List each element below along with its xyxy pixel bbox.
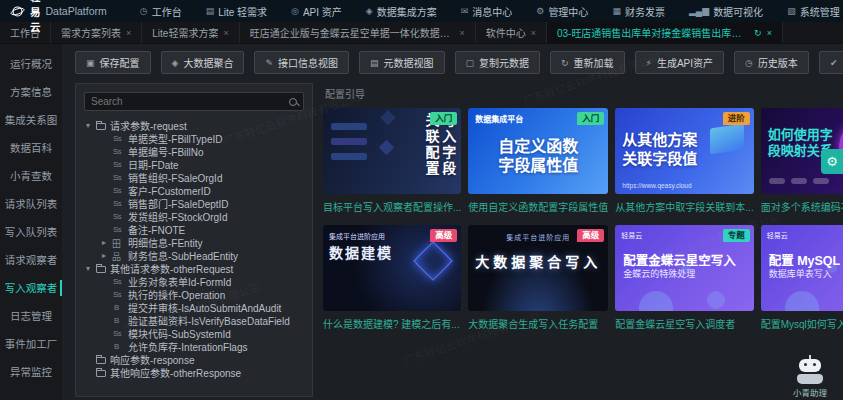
tree-node[interactable]: 备注-FNOTE <box>84 223 304 236</box>
globe-logo-icon <box>10 4 25 19</box>
tab-close-icon[interactable]: × <box>126 28 131 38</box>
tree-expand-icon[interactable]: ▸ <box>102 238 112 247</box>
card-level-badge: 专题 <box>723 229 750 242</box>
top-nav-item[interactable]: ◎ API 资产 <box>282 4 351 19</box>
tree-node[interactable]: 响应参数-response <box>84 353 304 366</box>
tree-expand-icon[interactable]: ▾ <box>86 264 96 273</box>
sidebar-item[interactable]: 运行概况 <box>0 50 62 78</box>
tree-node[interactable]: ▾ 请求参数-request <box>84 119 304 132</box>
guide-card[interactable]: 轻易云 配置金蝶云星空写入 金蝶云的特殊处理 专题 配置金蝶云星空写入调度者 <box>615 225 753 331</box>
tree-node[interactable]: 发货组织-FStockOrgId <box>84 210 304 223</box>
toolbar-button[interactable]: ▣ 保存配置 <box>75 51 151 74</box>
guide-card[interactable]: 集成平台进阶应用 大数据聚合写入 高级 大数据聚合生成写入任务配置 <box>468 225 608 331</box>
card-thumbnail[interactable]: 写入字段关联配置 入门 <box>323 108 461 194</box>
top-nav-item[interactable]: ✉ 消息中心 <box>452 4 522 19</box>
toolbar-button[interactable]: ◈ 大数据聚合 <box>161 51 245 74</box>
document-tab[interactable]: Lite轻需求方案 × <box>142 22 239 43</box>
document-tab[interactable]: 旺店通企业版与金蝶云星空单据一体化数据集成方案实例 × <box>240 22 476 43</box>
guide-card[interactable]: 写入字段关联配置 入门 目标平台写入观察者配置操作... <box>323 108 461 214</box>
sidebar-item[interactable]: 写入观察者 <box>0 274 62 302</box>
card-thumbnail[interactable]: 集成平台进阶应用 大数据聚合写入 高级 <box>468 225 608 311</box>
guide-card-area: 配置引导 写入字段关联配置 入门 目标平台写入 <box>323 83 843 397</box>
tree-node[interactable]: 其他响应参数-otherResponse <box>84 366 304 379</box>
sidebar-item[interactable]: 请求队列表 <box>0 190 62 218</box>
card-thumbnail[interactable]: 集成平台进阶应用 数据建模 高级 <box>323 225 461 311</box>
assistant-mascot[interactable]: 小青助理 <box>785 359 835 398</box>
card-caption[interactable]: 使用自定义函数配置字段属性值 <box>468 199 608 214</box>
tab-close-icon[interactable]: × <box>459 28 464 38</box>
tree-node[interactable]: 销售部门-FSaleDeptID <box>84 197 304 210</box>
thumb-kicker-text: 轻易云 <box>621 230 642 240</box>
toolbar-button[interactable]: ✎ 接口信息视图 <box>254 51 349 74</box>
tree-node[interactable]: 允许负库存-InterationFlags <box>84 340 304 353</box>
tree-node[interactable]: 单据编号-FBillNo <box>84 145 304 158</box>
search-input[interactable] <box>91 96 285 107</box>
top-nav-item[interactable]: ▂▄▆ 数据可视化 <box>680 4 772 19</box>
tree-node[interactable]: ▸ 财务信息-SubHeadEntity <box>84 249 304 262</box>
tree-node[interactable]: 单据类型-FBillTypeID <box>84 132 304 145</box>
tree-search-box[interactable] <box>84 92 304 111</box>
sidebar-item[interactable]: 事件加工厂 <box>0 330 62 358</box>
guide-card[interactable]: 轻易云 配置 MySQL 写入 数据库单表写入 专题 配置Mysql如何写入数据… <box>761 225 843 331</box>
toolbar-button[interactable]: ⚡ 生成API资产 <box>635 51 724 74</box>
tree-expand-icon[interactable]: ▾ <box>86 121 96 130</box>
tree-node-label: 单据编号-FBillNo <box>128 145 204 158</box>
card-caption[interactable]: 配置Mysql如何写入数据库 <box>761 316 843 331</box>
toolbar-button[interactable]: ✔ 配置校验值 <box>819 51 843 74</box>
card-caption[interactable]: 配置金蝶云星空写入调度者 <box>615 316 753 331</box>
search-icon[interactable] <box>289 98 297 106</box>
card-thumbnail[interactable]: 轻易云 配置金蝶云星空写入 金蝶云的特殊处理 专题 <box>615 225 753 311</box>
sidebar-item[interactable]: 异常监控 <box>0 358 62 386</box>
tree-node[interactable]: 执行的操作-Operation <box>84 288 304 301</box>
card-caption[interactable]: 大数据聚合生成写入任务配置 <box>468 316 608 331</box>
tree-node[interactable]: 客户-FCustomerID <box>84 184 304 197</box>
tree-node-label: 明细信息-FEntity <box>128 236 202 249</box>
tree-node[interactable]: 验证基础资料-IsVerifyBaseDataField <box>84 314 304 327</box>
tree-expand-icon[interactable]: ▸ <box>102 251 112 260</box>
sidebar-item[interactable]: 集成关系图 <box>0 106 62 134</box>
settings-gear-button[interactable]: ⚙ <box>821 149 843 174</box>
guide-card[interactable]: 集成平台进阶应用 数据建模 高级 什么是数据建模? 建模之后有... <box>323 225 461 331</box>
sidebar-item[interactable]: 日志管理 <box>0 302 62 330</box>
toolbar-button[interactable]: ↻ 重新加载 <box>550 51 625 74</box>
tree-node[interactable]: 业务对象表单Id-FormId <box>84 275 304 288</box>
tree-node[interactable]: ▾ 其他请求参数-otherRequest <box>84 262 304 275</box>
top-nav-item[interactable]: ⚙ 管理中心 <box>527 4 597 19</box>
card-thumbnail[interactable]: 轻易云 配置 MySQL 写入 数据库单表写入 专题 <box>761 225 843 311</box>
document-tab[interactable]: 03-旺店通销售出库单对接金蝶销售出库单（线上）_合并 ↻ × <box>547 22 783 43</box>
top-nav-item[interactable]: ▤ Lite 轻需求 <box>197 4 276 19</box>
sidebar-item[interactable]: 方案信息 <box>0 78 62 106</box>
card-caption[interactable]: 目标平台写入观察者配置操作... <box>323 199 461 214</box>
tab-close-icon[interactable]: × <box>767 28 772 38</box>
tree-node[interactable]: 销售组织-FSaleOrgId <box>84 171 304 184</box>
thumb-url: https://www.qeasy.cloud <box>622 182 691 189</box>
sidebar-item[interactable]: 小青查数 <box>0 162 62 190</box>
brand-logo[interactable]: 轻易云 DataPlatform <box>10 0 115 34</box>
tree-node[interactable]: 日期-FDate <box>84 158 304 171</box>
tab-close-icon[interactable]: × <box>223 28 228 38</box>
toolbar-button[interactable]: ▢ 复制元数据 <box>455 51 541 74</box>
guide-card[interactable]: 数据集成平台 自定义函数 字段属性值 入门 使用自定义函数配置字段属性值 <box>468 108 608 214</box>
card-caption[interactable]: 从其他方案中取字段关联到本... <box>615 199 753 214</box>
top-nav-item[interactable]: ◷ 工作台 <box>131 4 191 19</box>
tree-node[interactable]: ▸ 明细信息-FEntity <box>84 236 304 249</box>
card-thumbnail[interactable]: 数据集成平台 自定义函数 字段属性值 入门 <box>468 108 608 194</box>
toolbar-button[interactable]: ▤ 元数据视图 <box>359 51 445 74</box>
document-tab[interactable]: 软件中心 × <box>476 22 547 43</box>
tree-node[interactable]: 提交并审核-IsAutoSubmitAndAudit <box>84 301 304 314</box>
top-nav-item[interactable]: ▧ 系统管理 <box>778 4 843 19</box>
tree-node-type-icon <box>112 290 124 300</box>
sidebar-item[interactable]: 写入队列表 <box>0 218 62 246</box>
sidebar-item[interactable]: 数据百科 <box>0 134 62 162</box>
toolbar-button[interactable]: ◷ 历史版本 <box>734 51 809 74</box>
top-nav-item[interactable]: ▦ 财务发票 <box>603 4 674 19</box>
tree-node[interactable]: 模块代码-SubSystemId <box>84 327 304 340</box>
card-caption[interactable]: 什么是数据建模? 建模之后有... <box>323 316 461 331</box>
tab-refresh-icon[interactable]: ↻ <box>754 28 762 38</box>
sidebar-item[interactable]: 请求观察者 <box>0 246 62 274</box>
card-caption[interactable]: 面对多个系统编码不统一的情... <box>761 199 843 214</box>
guide-card[interactable]: 从其他方案 关联字段值 https://www.qeasy.cloud 进阶 从… <box>615 108 753 214</box>
card-thumbnail[interactable]: 从其他方案 关联字段值 https://www.qeasy.cloud 进阶 <box>615 108 753 194</box>
tab-close-icon[interactable]: × <box>531 28 536 38</box>
top-nav-item[interactable]: ◈ 数据集成方案 <box>357 4 446 19</box>
